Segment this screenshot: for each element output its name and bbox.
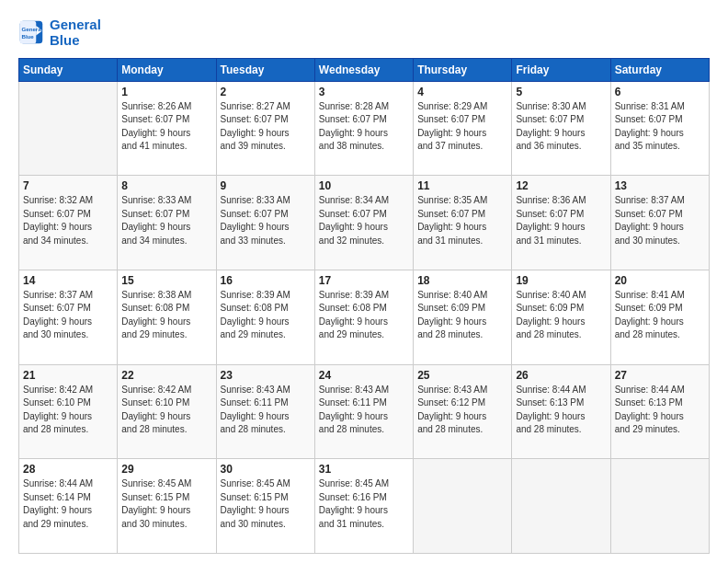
day-number: 14: [23, 274, 113, 287]
day-info: Sunrise: 8:41 AM Sunset: 6:09 PM Dayligh…: [615, 289, 705, 342]
day-number: 29: [121, 463, 211, 476]
calendar-cell: 6Sunrise: 8:31 AM Sunset: 6:07 PM Daylig…: [610, 81, 709, 176]
day-number: 21: [23, 369, 113, 382]
day-number: 24: [319, 369, 409, 382]
svg-text:General: General: [22, 26, 43, 32]
calendar-cell: 31Sunrise: 8:45 AM Sunset: 6:16 PM Dayli…: [314, 459, 413, 554]
day-number: 7: [23, 179, 113, 192]
calendar-cell: 12Sunrise: 8:36 AM Sunset: 6:07 PM Dayli…: [512, 176, 610, 270]
day-info: Sunrise: 8:35 AM Sunset: 6:07 PM Dayligh…: [417, 194, 507, 247]
day-info: Sunrise: 8:44 AM Sunset: 6:13 PM Dayligh…: [615, 384, 705, 437]
calendar-cell: 8Sunrise: 8:33 AM Sunset: 6:07 PM Daylig…: [118, 176, 216, 270]
day-number: 25: [417, 369, 507, 382]
day-info: Sunrise: 8:26 AM Sunset: 6:07 PM Dayligh…: [121, 100, 211, 154]
calendar-cell: [414, 459, 512, 554]
day-info: Sunrise: 8:45 AM Sunset: 6:15 PM Dayligh…: [221, 477, 311, 531]
day-info: Sunrise: 8:43 AM Sunset: 6:11 PM Dayligh…: [221, 384, 311, 437]
day-info: Sunrise: 8:37 AM Sunset: 6:07 PM Dayligh…: [615, 194, 705, 247]
calendar-cell: 23Sunrise: 8:43 AM Sunset: 6:11 PM Dayli…: [216, 364, 314, 459]
day-number: 30: [221, 463, 311, 476]
calendar-week-row: 28Sunrise: 8:44 AM Sunset: 6:14 PM Dayli…: [19, 459, 710, 554]
day-info: Sunrise: 8:34 AM Sunset: 6:07 PM Dayligh…: [319, 194, 409, 247]
calendar-cell: 29Sunrise: 8:45 AM Sunset: 6:15 PM Dayli…: [118, 459, 216, 554]
day-number: 17: [319, 274, 409, 287]
day-number: 2: [221, 86, 311, 98]
calendar-week-row: 7Sunrise: 8:32 AM Sunset: 6:07 PM Daylig…: [19, 176, 710, 270]
day-number: 4: [417, 86, 507, 98]
day-info: Sunrise: 8:42 AM Sunset: 6:10 PM Dayligh…: [121, 384, 211, 437]
calendar-table: SundayMondayTuesdayWednesdayThursdayFrid…: [18, 58, 710, 555]
calendar-weekday-sunday: Sunday: [19, 58, 118, 81]
day-number: 12: [516, 179, 606, 192]
day-info: Sunrise: 8:28 AM Sunset: 6:07 PM Dayligh…: [319, 100, 409, 154]
calendar-cell: 2Sunrise: 8:27 AM Sunset: 6:07 PM Daylig…: [216, 81, 314, 176]
calendar-weekday-tuesday: Tuesday: [216, 58, 314, 81]
day-info: Sunrise: 8:45 AM Sunset: 6:15 PM Dayligh…: [121, 477, 211, 531]
calendar-week-row: 14Sunrise: 8:37 AM Sunset: 6:07 PM Dayli…: [19, 270, 710, 364]
logo-text: General: [50, 17, 101, 32]
calendar-cell: 15Sunrise: 8:38 AM Sunset: 6:08 PM Dayli…: [118, 270, 216, 364]
day-number: 16: [221, 274, 311, 287]
day-info: Sunrise: 8:40 AM Sunset: 6:09 PM Dayligh…: [417, 289, 507, 342]
calendar-cell: 26Sunrise: 8:44 AM Sunset: 6:13 PM Dayli…: [512, 364, 610, 459]
day-info: Sunrise: 8:44 AM Sunset: 6:14 PM Dayligh…: [23, 477, 113, 531]
day-info: Sunrise: 8:38 AM Sunset: 6:08 PM Dayligh…: [121, 289, 211, 342]
calendar-week-row: 1Sunrise: 8:26 AM Sunset: 6:07 PM Daylig…: [19, 81, 710, 176]
calendar-cell: 9Sunrise: 8:33 AM Sunset: 6:07 PM Daylig…: [216, 176, 314, 270]
day-info: Sunrise: 8:45 AM Sunset: 6:16 PM Dayligh…: [319, 477, 409, 531]
page: General Blue General Blue SundayMondayTu…: [0, 0, 728, 563]
day-info: Sunrise: 8:32 AM Sunset: 6:07 PM Dayligh…: [23, 194, 113, 247]
day-info: Sunrise: 8:39 AM Sunset: 6:08 PM Dayligh…: [319, 289, 409, 342]
calendar-cell: 24Sunrise: 8:43 AM Sunset: 6:11 PM Dayli…: [314, 364, 413, 459]
calendar-weekday-monday: Monday: [118, 58, 216, 81]
calendar-week-row: 21Sunrise: 8:42 AM Sunset: 6:10 PM Dayli…: [19, 364, 710, 459]
logo-icon: General Blue: [18, 19, 44, 45]
day-info: Sunrise: 8:44 AM Sunset: 6:13 PM Dayligh…: [516, 384, 606, 437]
day-number: 20: [615, 274, 705, 287]
calendar-cell: 7Sunrise: 8:32 AM Sunset: 6:07 PM Daylig…: [19, 176, 118, 270]
calendar-cell: 21Sunrise: 8:42 AM Sunset: 6:10 PM Dayli…: [19, 364, 118, 459]
day-info: Sunrise: 8:37 AM Sunset: 6:07 PM Dayligh…: [23, 289, 113, 342]
calendar-weekday-wednesday: Wednesday: [314, 58, 413, 81]
calendar-header-row: SundayMondayTuesdayWednesdayThursdayFrid…: [19, 58, 710, 81]
day-info: Sunrise: 8:31 AM Sunset: 6:07 PM Dayligh…: [615, 100, 705, 154]
svg-text:Blue: Blue: [22, 33, 35, 40]
day-number: 27: [615, 369, 705, 382]
logo: General Blue General Blue: [18, 17, 101, 49]
day-number: 23: [221, 369, 311, 382]
day-info: Sunrise: 8:33 AM Sunset: 6:07 PM Dayligh…: [121, 194, 211, 247]
day-number: 19: [516, 274, 606, 287]
calendar-cell: 1Sunrise: 8:26 AM Sunset: 6:07 PM Daylig…: [118, 81, 216, 176]
calendar-cell: [19, 81, 118, 176]
day-info: Sunrise: 8:36 AM Sunset: 6:07 PM Dayligh…: [516, 194, 606, 247]
day-info: Sunrise: 8:27 AM Sunset: 6:07 PM Dayligh…: [221, 100, 311, 154]
calendar-cell: 14Sunrise: 8:37 AM Sunset: 6:07 PM Dayli…: [19, 270, 118, 364]
calendar-cell: 13Sunrise: 8:37 AM Sunset: 6:07 PM Dayli…: [610, 176, 709, 270]
calendar-cell: 19Sunrise: 8:40 AM Sunset: 6:09 PM Dayli…: [512, 270, 610, 364]
calendar-cell: 28Sunrise: 8:44 AM Sunset: 6:14 PM Dayli…: [19, 459, 118, 554]
day-number: 6: [615, 86, 705, 98]
calendar-cell: 11Sunrise: 8:35 AM Sunset: 6:07 PM Dayli…: [414, 176, 512, 270]
calendar-cell: 20Sunrise: 8:41 AM Sunset: 6:09 PM Dayli…: [610, 270, 709, 364]
calendar-weekday-saturday: Saturday: [610, 58, 709, 81]
calendar-cell: 30Sunrise: 8:45 AM Sunset: 6:15 PM Dayli…: [216, 459, 314, 554]
day-info: Sunrise: 8:39 AM Sunset: 6:08 PM Dayligh…: [221, 289, 311, 342]
calendar-cell: 3Sunrise: 8:28 AM Sunset: 6:07 PM Daylig…: [314, 81, 413, 176]
day-number: 5: [516, 86, 606, 98]
day-info: Sunrise: 8:30 AM Sunset: 6:07 PM Dayligh…: [516, 100, 606, 154]
calendar-cell: 27Sunrise: 8:44 AM Sunset: 6:13 PM Dayli…: [610, 364, 709, 459]
day-number: 8: [121, 179, 211, 192]
header: General Blue General Blue: [18, 17, 710, 49]
calendar-weekday-thursday: Thursday: [414, 58, 512, 81]
day-info: Sunrise: 8:29 AM Sunset: 6:07 PM Dayligh…: [417, 100, 507, 154]
day-number: 3: [319, 86, 409, 98]
calendar-cell: 16Sunrise: 8:39 AM Sunset: 6:08 PM Dayli…: [216, 270, 314, 364]
calendar-cell: [512, 459, 610, 554]
day-info: Sunrise: 8:43 AM Sunset: 6:11 PM Dayligh…: [319, 384, 409, 437]
day-number: 22: [121, 369, 211, 382]
day-number: 26: [516, 369, 606, 382]
day-number: 10: [319, 179, 409, 192]
calendar-cell: 5Sunrise: 8:30 AM Sunset: 6:07 PM Daylig…: [512, 81, 610, 176]
calendar-cell: 10Sunrise: 8:34 AM Sunset: 6:07 PM Dayli…: [314, 176, 413, 270]
day-number: 15: [121, 274, 211, 287]
